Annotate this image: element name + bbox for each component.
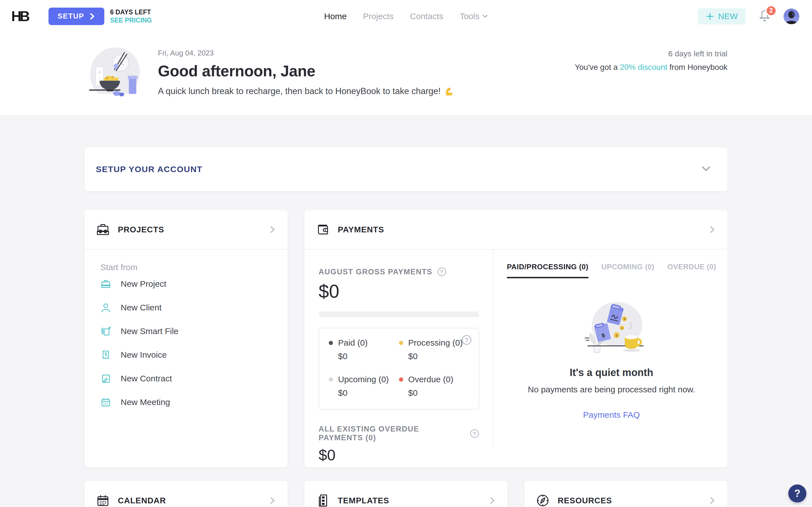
stat-processing: Processing (0) $0 bbox=[399, 338, 469, 361]
muscle-emoji bbox=[444, 87, 454, 96]
chevron-down-icon[interactable] bbox=[700, 165, 712, 173]
stat-value: $0 bbox=[338, 351, 399, 361]
bottom-cards-row: CALENDAR bbox=[85, 481, 727, 507]
new-project-icon bbox=[100, 279, 111, 289]
empty-state-message: No payments are being processed right no… bbox=[528, 385, 695, 394]
discount-prefix: You've got a bbox=[575, 63, 620, 71]
stat-paid: Paid (0) $0 bbox=[329, 338, 399, 361]
stat-value: $0 bbox=[408, 351, 469, 361]
main-nav: Home Projects Contacts Tools bbox=[324, 11, 488, 21]
new-button[interactable]: NEW bbox=[698, 8, 746, 24]
discount-suffix: from Honeybook bbox=[667, 63, 727, 71]
chevron-down-icon bbox=[482, 14, 488, 18]
stat-label: Upcoming (0) bbox=[338, 375, 389, 384]
payments-card-header[interactable]: PAYMENTS bbox=[305, 210, 727, 249]
tab-overdue[interactable]: OVERDUE (0) bbox=[667, 263, 716, 278]
payments-detail-column: PAID/PROCESSING (0) UPCOMING (0) OVERDUE… bbox=[493, 249, 727, 447]
help-button[interactable]: ? bbox=[788, 485, 806, 503]
svg-text:?: ? bbox=[465, 337, 468, 343]
list-item-new-project[interactable]: New Project bbox=[100, 272, 276, 296]
chevron-right-icon[interactable] bbox=[269, 224, 276, 235]
payments-summary-column: AUGUST GROSS PAYMENTS ? $0 ? Paid (0) bbox=[305, 249, 493, 447]
notifications-button[interactable]: 2 bbox=[758, 10, 771, 23]
greeting-title: Good afternoon, Jane bbox=[158, 62, 454, 80]
svg-text:$: $ bbox=[105, 352, 107, 356]
stat-label: Paid (0) bbox=[338, 338, 368, 348]
greeting-subtitle: A quick lunch break to recharge, then ba… bbox=[158, 86, 454, 96]
overdue-payments-label: ALL EXISTING OVERDUE PAYMENTS (0) ? bbox=[319, 425, 479, 442]
list-item-new-smart-file[interactable]: New Smart File bbox=[100, 320, 276, 343]
list-item-label: New Meeting bbox=[121, 397, 170, 407]
gross-payments-label: AUGUST GROSS PAYMENTS ? bbox=[319, 267, 479, 277]
projects-card: PROJECTS Start from New Project bbox=[85, 210, 288, 467]
trial-status-text: 6 days left in trial bbox=[575, 49, 727, 58]
list-item-label: New Project bbox=[121, 279, 166, 289]
setup-button-label: SETUP bbox=[57, 12, 84, 20]
header-actions: NEW 2 bbox=[698, 8, 799, 24]
projects-card-title: PROJECTS bbox=[118, 225, 164, 234]
setup-account-panel[interactable]: SETUP YOUR ACCOUNT bbox=[85, 147, 727, 191]
projects-card-body: Start from New Project bbox=[85, 249, 288, 414]
plus-icon bbox=[706, 12, 714, 20]
chevron-right-icon[interactable] bbox=[709, 224, 716, 235]
setup-button[interactable]: SETUP bbox=[49, 8, 104, 25]
compass-icon bbox=[536, 494, 550, 507]
list-item-new-client[interactable]: New Client bbox=[100, 296, 276, 320]
calendar-card-header[interactable]: CALENDAR bbox=[85, 481, 288, 507]
templates-card: TEMPLATES bbox=[305, 481, 507, 507]
start-from-label: Start from bbox=[100, 263, 276, 272]
help-icon[interactable]: ? bbox=[461, 335, 472, 345]
new-smart-file-icon bbox=[100, 326, 111, 337]
notification-badge: 2 bbox=[765, 5, 777, 16]
templates-card-header[interactable]: TEMPLATES bbox=[305, 481, 507, 507]
paid-dot bbox=[329, 341, 333, 345]
list-item-new-invoice[interactable]: $ New Invoice bbox=[100, 343, 276, 367]
resources-card: RESOURCES bbox=[524, 481, 727, 507]
list-item-label: New Smart File bbox=[121, 327, 179, 336]
nav-item-projects[interactable]: Projects bbox=[363, 11, 394, 21]
stat-value: $0 bbox=[338, 388, 399, 398]
resources-card-title: RESOURCES bbox=[558, 496, 612, 505]
nav-item-home[interactable]: Home bbox=[324, 11, 347, 21]
projects-card-header[interactable]: PROJECTS bbox=[85, 210, 288, 249]
chevron-right-icon[interactable] bbox=[709, 496, 716, 506]
dashboard-main: SETUP YOUR ACCOUNT PROJECTS bbox=[0, 115, 812, 507]
wallet-icon bbox=[316, 223, 330, 237]
help-icon[interactable]: ? bbox=[437, 267, 447, 277]
avatar[interactable] bbox=[783, 8, 799, 24]
setup-account-title: SETUP YOUR ACCOUNT bbox=[96, 165, 202, 174]
discount-text: You've got a 20% discount from Honeybook bbox=[575, 63, 727, 72]
calendar-icon bbox=[96, 494, 110, 507]
resources-card-header[interactable]: RESOURCES bbox=[524, 481, 727, 507]
payments-card-title: PAYMENTS bbox=[338, 225, 384, 234]
chevron-right-icon bbox=[89, 13, 95, 20]
new-meeting-icon bbox=[100, 397, 111, 407]
see-pricing-link[interactable]: SEE PRICING bbox=[110, 16, 152, 24]
svg-text:$: $ bbox=[621, 327, 622, 330]
chevron-right-icon[interactable] bbox=[489, 496, 496, 506]
nav-item-tools[interactable]: Tools bbox=[460, 11, 488, 21]
payments-faq-link[interactable]: Payments FAQ bbox=[583, 410, 640, 420]
new-invoice-icon: $ bbox=[100, 349, 111, 360]
new-button-label: NEW bbox=[718, 11, 738, 21]
lunch-break-illustration bbox=[87, 45, 143, 100]
calendar-card-title: CALENDAR bbox=[118, 496, 166, 505]
payments-empty-state: SENT $ PAID $ $ bbox=[507, 278, 716, 420]
list-item-new-meeting[interactable]: New Meeting bbox=[100, 390, 276, 414]
list-item-new-contract[interactable]: New Contract bbox=[100, 367, 276, 390]
chevron-right-icon[interactable] bbox=[269, 496, 276, 506]
discount-link[interactable]: 20% discount bbox=[620, 63, 667, 71]
tab-paid-processing[interactable]: PAID/PROCESSING (0) bbox=[507, 263, 589, 278]
nav-item-contacts[interactable]: Contacts bbox=[410, 11, 443, 21]
payments-progress-bar bbox=[319, 312, 479, 317]
new-contract-icon bbox=[100, 373, 111, 384]
tab-upcoming[interactable]: UPCOMING (0) bbox=[601, 263, 654, 278]
help-icon[interactable]: ? bbox=[470, 429, 479, 438]
stat-label: Processing (0) bbox=[408, 338, 463, 348]
payments-stats-box: ? Paid (0) $0 Processing (0) $0 Upcoming… bbox=[319, 328, 479, 409]
honeybook-logo[interactable]: HB bbox=[11, 8, 28, 24]
stat-upcoming: Upcoming (0) $0 bbox=[329, 375, 399, 398]
trial-countdown: 6 DAYS LEFT SEE PRICING bbox=[110, 8, 152, 24]
days-left-label: 6 DAYS LEFT bbox=[110, 8, 152, 16]
greeting-section: Fri, Aug 04, 2023 Good afternoon, Jane A… bbox=[0, 33, 812, 115]
